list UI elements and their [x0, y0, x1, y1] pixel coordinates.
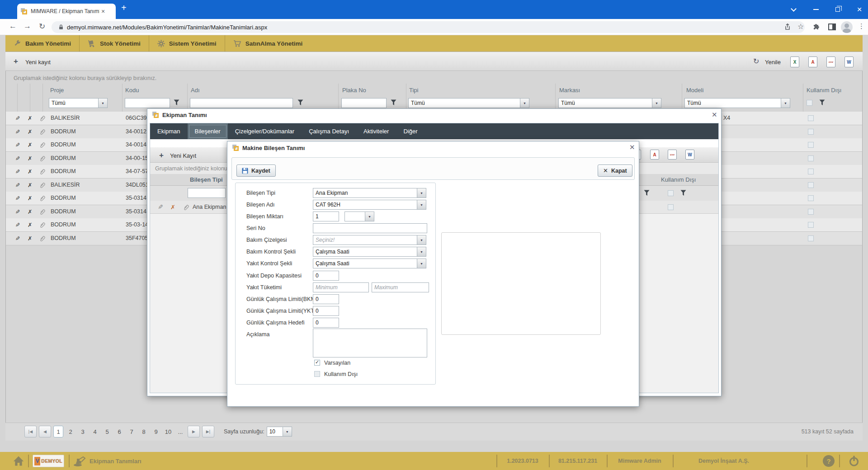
component-new-record-button[interactable]: Yeni Kayıt [170, 152, 196, 159]
varsayilan-checkbox[interactable] [314, 360, 320, 366]
tab-bilesenler[interactable]: Bileşenler [188, 123, 228, 139]
seri-no-input[interactable] [313, 223, 427, 233]
edit-pencil-icon[interactable]: ✎ [15, 141, 20, 148]
delete-x-icon[interactable]: ✗ [28, 235, 32, 242]
tab-cizelgeler-dokumanlar[interactable]: Çizelgeler/Dokümanlar [228, 123, 302, 139]
delete-x-icon[interactable]: ✗ [28, 208, 32, 215]
url-text[interactable]: demyol.mimware.net/Modules/BakimYonetimi… [67, 24, 267, 31]
dropdown-arrow-icon[interactable]: ▼ [652, 99, 661, 108]
page-number[interactable]: 9 [151, 426, 161, 437]
bilesen-miktari-unit-select[interactable]: ▼ [344, 212, 374, 221]
dropdown-arrow-icon[interactable]: ▼ [283, 427, 292, 436]
dropdown-arrow-icon[interactable]: ▼ [417, 259, 426, 268]
filter-proje-select[interactable]: Tümü▼ [49, 98, 108, 108]
paperclip-icon[interactable] [39, 129, 45, 136]
edit-pencil-icon[interactable]: ✎ [15, 182, 20, 188]
minimize-icon[interactable] [806, 0, 826, 19]
menu-sistem-yonetimi[interactable]: Sistem Yönetimi [149, 35, 225, 52]
tab-diger[interactable]: Diğer [396, 123, 425, 139]
profile-avatar[interactable] [841, 21, 853, 33]
delete-x-icon[interactable]: ✗ [28, 141, 32, 148]
page-number[interactable]: 7 [127, 426, 137, 437]
prev-page-icon[interactable]: ◀ [39, 426, 51, 437]
yakit-tuketimi-min-input[interactable] [313, 282, 369, 292]
dropdown-arrow-icon[interactable]: ▼ [98, 99, 107, 108]
edit-pencil-icon[interactable]: ✎ [15, 155, 20, 162]
dropdown-arrow-icon[interactable]: ▼ [520, 99, 529, 108]
col-kullanim-disi[interactable]: Kullanım Dışı [807, 87, 841, 94]
bookmark-star-icon[interactable]: ☆ [797, 22, 804, 31]
edit-pencil-icon[interactable]: ✎ [15, 235, 20, 242]
kullanim-disi-checkbox[interactable] [314, 371, 320, 377]
page-number-current[interactable]: 1 [53, 426, 63, 437]
delete-x-icon[interactable]: ✗ [170, 204, 175, 211]
delete-x-icon[interactable]: ✗ [28, 155, 32, 162]
page-number[interactable]: 8 [139, 426, 149, 437]
filter-kodu-input[interactable] [125, 98, 170, 108]
excel-export-icon[interactable]: X [790, 56, 799, 67]
new-tab-button[interactable]: + [121, 3, 127, 13]
filter-plaka-input[interactable] [341, 98, 387, 108]
aciklama-textarea[interactable] [313, 329, 427, 357]
filter-funnel-icon[interactable] [174, 99, 179, 106]
paperclip-icon[interactable] [39, 115, 45, 122]
paperclip-icon[interactable] [39, 155, 45, 162]
edit-pencil-icon[interactable]: ✎ [15, 208, 20, 215]
delete-x-icon[interactable]: ✗ [28, 182, 32, 188]
delete-x-icon[interactable]: ✗ [28, 168, 32, 175]
paperclip-icon[interactable] [183, 204, 189, 211]
csv-export-icon[interactable]: csv [668, 150, 677, 160]
bakim-kontrol-sekli-select[interactable]: Çalışma Saati▼ [313, 247, 426, 257]
power-icon[interactable] [848, 455, 860, 467]
bilesen-miktari-input[interactable] [313, 212, 339, 221]
browser-tab[interactable]: MIMWARE / Ekipman Tanımları × [17, 4, 116, 19]
pdf-export-icon[interactable]: A [808, 56, 817, 67]
filter-funnel-icon[interactable] [644, 190, 650, 196]
kebab-menu-icon[interactable]: ⋮ [858, 22, 865, 30]
back-icon[interactable]: ← [9, 22, 17, 31]
page-number[interactable]: 3 [78, 426, 88, 437]
gunluk-calisma-limiti-bkm-input[interactable] [313, 294, 339, 304]
bilesen-adi-select[interactable]: CAT 962H▼ [313, 200, 426, 210]
forward-icon[interactable]: → [24, 22, 31, 31]
yakit-tuketimi-max-input[interactable] [372, 282, 429, 292]
restore-icon[interactable] [827, 0, 848, 19]
filter-funnel-icon[interactable] [819, 99, 825, 106]
filter-tipi-select[interactable]: Tümü▼ [408, 98, 529, 108]
delete-x-icon[interactable]: ✗ [28, 128, 32, 135]
word-export-icon[interactable]: W [844, 56, 854, 67]
col-modeli[interactable]: Modeli [686, 87, 703, 94]
page-number[interactable]: 5 [102, 426, 112, 437]
dropdown-arrow-icon[interactable]: ▼ [417, 200, 426, 209]
paperclip-icon[interactable] [39, 142, 45, 149]
filter-funnel-icon[interactable] [391, 99, 396, 106]
share-icon[interactable] [784, 23, 791, 31]
page-number[interactable]: 2 [66, 426, 75, 437]
edit-pencil-icon[interactable]: ✎ [15, 195, 20, 202]
paperclip-icon[interactable] [39, 182, 45, 189]
filter-adi-input[interactable] [190, 98, 293, 108]
paperclip-icon[interactable] [39, 222, 45, 229]
help-icon[interactable]: ? [823, 455, 835, 467]
home-icon[interactable] [13, 456, 24, 466]
edit-pencil-icon[interactable]: ✎ [15, 168, 20, 175]
delete-x-icon[interactable]: ✗ [28, 221, 32, 228]
paperclip-icon[interactable] [39, 209, 45, 216]
component-modal-close-icon[interactable]: ✕ [629, 144, 635, 150]
dropdown-arrow-icon[interactable]: ▼ [417, 235, 426, 244]
page-refresh-icon[interactable]: ↻ [39, 22, 45, 31]
col-tipi[interactable]: Tipi [409, 87, 418, 94]
col-adi[interactable]: Adı [191, 87, 200, 94]
dropdown-arrow-icon[interactable]: ▼ [781, 99, 790, 108]
yakit-kontrol-sekli-select[interactable]: Çalışma Saati▼ [313, 258, 426, 268]
menu-satinalma-yonetimi[interactable]: SatınAlma Yönetimi [225, 35, 311, 52]
edit-pencil-icon[interactable]: ✎ [158, 203, 163, 211]
tab-aktiviteler[interactable]: Aktiviteler [356, 123, 396, 139]
col-proje[interactable]: Proje [50, 87, 64, 94]
delete-x-icon[interactable]: ✗ [28, 195, 32, 202]
side-panel-icon[interactable] [828, 24, 836, 30]
filter-markasi-select[interactable]: Tümü▼ [558, 98, 661, 108]
filter-kullanim-disi-checkbox[interactable] [807, 100, 812, 106]
yakit-depo-kapasitesi-input[interactable] [313, 271, 339, 281]
edit-pencil-icon[interactable]: ✎ [15, 115, 20, 122]
